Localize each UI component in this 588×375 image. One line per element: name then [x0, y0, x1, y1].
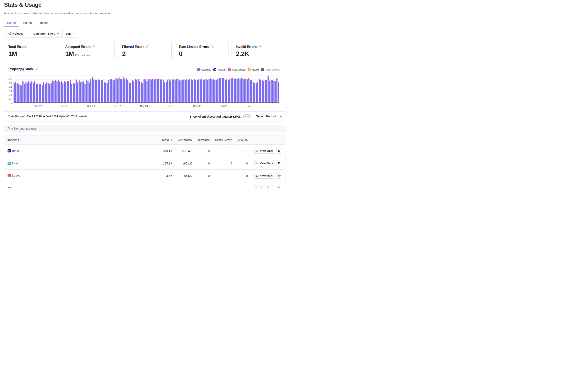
svg-text:6K: 6K — [9, 78, 12, 81]
svg-text:7K: 7K — [9, 74, 12, 77]
svg-text:Dec 12: Dec 12 — [34, 105, 42, 108]
svg-text:?: ? — [93, 46, 94, 48]
svg-text:Dec 18: Dec 18 — [87, 105, 95, 108]
svg-text:Dec 21: Dec 21 — [114, 105, 122, 108]
svg-text:Dec 27: Dec 27 — [167, 105, 175, 108]
svg-text:4K: 4K — [9, 86, 12, 89]
svg-text:2K: 2K — [9, 93, 12, 96]
svg-text:0: 0 — [10, 101, 12, 104]
svg-text:Dec 15: Dec 15 — [60, 105, 68, 108]
svg-text:Jan 5: Jan 5 — [247, 105, 253, 108]
svg-text:Jan 2: Jan 2 — [220, 105, 227, 108]
svg-text:?: ? — [260, 46, 261, 48]
svg-text:?: ? — [147, 46, 148, 48]
svg-text:Dec 24: Dec 24 — [140, 105, 148, 108]
svg-text:?: ? — [212, 46, 213, 48]
svg-text:1K: 1K — [9, 97, 12, 100]
svg-text:3K: 3K — [9, 90, 12, 92]
svg-text:5K: 5K — [9, 82, 12, 85]
svg-text:Dec 30: Dec 30 — [193, 105, 201, 108]
